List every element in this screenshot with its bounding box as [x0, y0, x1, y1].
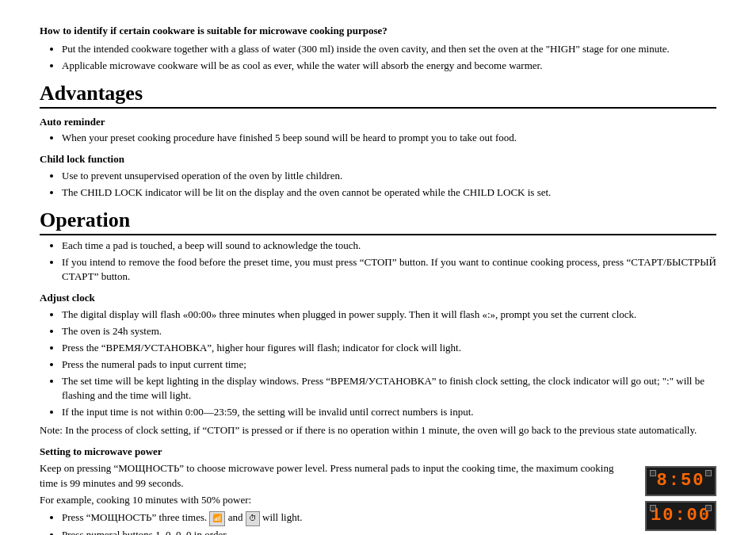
intro-bullet-1: Put the intended cookware together with … [62, 42, 716, 57]
child-lock-bullet-1: Use to prevent unsupervised operation of… [62, 169, 716, 184]
child-lock-bullet-2: The CHILD LOCK indicator will be lit on … [62, 185, 716, 201]
intro-bullet-2: Applicable microwave cookware will be as… [62, 59, 716, 74]
microwave-power-bullet-1: Press “МОЩНОСТЬ” three times. 📶 and ⏱ wi… [62, 510, 716, 525]
intro-question: How to identify if certain cookware is s… [40, 24, 716, 39]
display-box-2: 10:00 [645, 501, 716, 531]
microwave-power-content: 8:50 10:00 Keep on pressing “МОЩНОСТЬ” t… [40, 461, 716, 535]
operation-bullets: Each time a pad is touched, a beep will … [62, 239, 716, 285]
operation-bullet-2: If you intend to remove the food before … [62, 255, 716, 285]
intro-section: How to identify if certain cookware is s… [40, 24, 716, 74]
auto-reminder-text: When your preset cooking procedure have … [62, 131, 716, 146]
adjust-clock-bullet-2: The oven is 24h system. [62, 324, 716, 339]
advantages-heading: Advantages [40, 82, 716, 109]
display-indicator-top-right-2 [705, 505, 712, 511]
adjust-clock-bullet-1: The digital display will flash «00:00» t… [62, 308, 716, 323]
intro-bullets: Put the intended cookware together with … [62, 42, 716, 74]
display-text-1: 8:50 [657, 471, 705, 491]
adjust-clock-heading: Adjust clock [40, 291, 716, 306]
adjust-clock-bullets: The digital display will flash «00:00» t… [62, 308, 716, 420]
adjust-clock-bullet-4: Press the numeral pads to input current … [62, 357, 716, 373]
display-box-1: 8:50 [645, 466, 716, 496]
microwave-power-intro: Keep on pressing “МОЩНОСТЬ” to choose mi… [40, 461, 716, 491]
display-indicator-top-left-1 [650, 470, 656, 476]
operation-section: Operation Each time a pad is touched, a … [40, 208, 716, 535]
display-indicator-top-right-1 [705, 470, 712, 476]
adjust-clock-bullet-5: The set time will be kept lighting in th… [62, 374, 716, 404]
icon-moshnost: 📶 [209, 511, 225, 526]
microwave-power-bullets: Press “МОЩНОСТЬ” three times. 📶 and ⏱ wi… [62, 510, 716, 535]
advantages-section: Advantages Auto reminder When your prese… [40, 82, 716, 201]
display-text-2: 10:00 [651, 506, 711, 525]
adjust-clock-bullet-3: Press the “ВРЕМЯ/УСТАНОВКА”, higher hour… [62, 341, 716, 356]
microwave-power-bullet-2: Press numeral buttons 1, 0, 0, 0 in orde… [62, 528, 716, 535]
auto-reminder-heading: Auto reminder [40, 115, 716, 130]
operation-bullet-1: Each time a pad is touched, a beep will … [62, 239, 716, 254]
adjust-clock-note: Note: In the process of clock setting, i… [40, 423, 716, 438]
microwave-power-heading: Setting to microwave power [40, 445, 716, 460]
auto-reminder-bullets: When your preset cooking procedure have … [62, 131, 716, 146]
display-area: 8:50 10:00 [645, 466, 716, 531]
and-text-1: and [228, 511, 243, 523]
adjust-clock-bullet-6: If the input time is not within 0:00—23:… [62, 405, 716, 420]
display-indicator-top-left-2 [650, 505, 656, 511]
child-lock-heading: Child lock function [40, 152, 716, 167]
child-lock-bullets: Use to prevent unsupervised operation of… [62, 169, 716, 201]
microwave-power-example-intro: For example, cooking 10 minutes with 50%… [40, 493, 716, 508]
icon-timer: ⏱ [246, 511, 260, 526]
operation-heading: Operation [40, 208, 716, 235]
